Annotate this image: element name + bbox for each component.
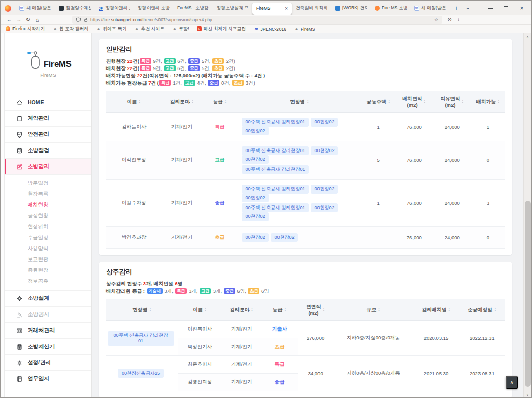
submenu-item[interactable]: 현장목록 xyxy=(5,188,91,199)
bookmark-item[interactable]: JPJPENC-2016 xyxy=(254,26,286,32)
back-icon[interactable] xyxy=(5,17,14,22)
browser-tab[interactable]: [WORK] 건축설비 xyxy=(331,3,371,15)
sort-arrows-icon[interactable]: ▲▼ xyxy=(251,308,253,312)
sidebar-item-journal[interactable]: 업무일지 xyxy=(5,371,91,387)
reload-icon[interactable] xyxy=(23,17,33,22)
column-header[interactable]: 이름▲▼ xyxy=(178,299,221,321)
new-tab-button[interactable] xyxy=(451,3,461,13)
site-chip[interactable]: 00현장02 xyxy=(242,233,269,242)
site-chip[interactable]: 00주택 신축공사 감리현장01 xyxy=(242,146,309,155)
column-header[interactable]: 규모▲▼ xyxy=(334,299,414,321)
column-header[interactable]: 연면적 (m2)▲▼ xyxy=(298,299,334,321)
bookmark-item[interactable]: ⊕FireMS xyxy=(294,26,315,32)
sort-arrows-icon[interactable]: ▲▼ xyxy=(448,308,450,312)
site-chip[interactable]: 00주택 신축공사 감리현장01 xyxy=(108,331,174,346)
minimize-button[interactable] xyxy=(483,3,498,14)
site-chip[interactable]: 00현장신축공사25 xyxy=(118,369,164,378)
sidebar-item-calculator[interactable]: 소방계산기 xyxy=(5,339,91,355)
sidebar-item-settings[interactable]: 설정/관리 xyxy=(5,355,91,371)
column-header[interactable]: 여유면적 (m2)▲▼ xyxy=(433,91,471,113)
site-chip[interactable]: 00현장02 xyxy=(242,194,269,202)
column-header[interactable]: 감리배치일▲▼ xyxy=(413,299,459,321)
download-icon[interactable] xyxy=(454,17,463,22)
sort-arrows-icon[interactable]: ▲▼ xyxy=(494,308,496,312)
sidebar-item-supervision[interactable]: 소방감리 xyxy=(5,159,91,175)
forward-icon[interactable] xyxy=(14,17,23,22)
submenu-item[interactable]: 공정현황 xyxy=(5,210,91,221)
site-chip[interactable]: 00주택 신축공사 감리현장01 xyxy=(242,165,309,174)
sidebar-item-design[interactable]: 소방설계 xyxy=(5,291,91,307)
all-tabs-dropdown-icon[interactable] xyxy=(462,3,473,13)
pocket-icon[interactable] xyxy=(445,17,454,22)
bookmark-item[interactable]: ⊕쿠팡! xyxy=(172,26,189,32)
column-header[interactable]: 등급▲▼ xyxy=(262,299,298,321)
browser-tab[interactable]: FireMS - 소방감리 프 xyxy=(174,3,213,15)
sidebar-item-clients[interactable]: 거래처관리 xyxy=(5,323,91,339)
sidebar-item-contract[interactable]: 계약관리 xyxy=(5,111,91,127)
maximize-button[interactable] xyxy=(498,3,514,14)
browser-tab[interactable]: 정평소방설계 프로그 xyxy=(213,3,252,15)
column-header[interactable]: 배치가능▲▼ xyxy=(471,91,505,113)
sidebar-item-safety[interactable]: 안전관리 xyxy=(5,127,91,143)
submenu-item[interactable]: 종료현장 xyxy=(5,265,91,276)
url-bar[interactable]: https://fire.sobangnet.com/theme/s007/su… xyxy=(72,16,442,24)
sort-arrows-icon[interactable]: ▲▼ xyxy=(424,100,426,104)
sort-arrows-icon[interactable]: ▲▼ xyxy=(204,308,206,312)
column-header[interactable]: 이름▲▼ xyxy=(106,91,162,113)
sort-arrows-icon[interactable]: ▲▼ xyxy=(139,100,141,104)
scroll-up-arrow-icon[interactable] xyxy=(524,33,531,39)
sort-arrows-icon[interactable]: ▲▼ xyxy=(191,100,193,104)
close-button[interactable] xyxy=(514,3,529,14)
site-chip[interactable]: 00주택 신축공사 감리현장01 xyxy=(242,203,309,212)
submenu-item[interactable]: 수금일정 xyxy=(5,232,91,243)
column-header[interactable]: 현장명▲▼ xyxy=(237,91,361,113)
browser-tab[interactable]: 새 메일(받은메일 xyxy=(410,3,450,15)
column-header[interactable]: 준공예정일▲▼ xyxy=(459,299,505,321)
submenu-item[interactable]: 보고현황 xyxy=(5,254,91,265)
sort-arrows-icon[interactable]: ▲▼ xyxy=(388,100,390,104)
submenu-item[interactable]: 현장위치 xyxy=(5,221,91,232)
site-chip[interactable]: 00현장02 xyxy=(242,155,269,164)
browser-tab[interactable]: 새 메일(받은메일 xyxy=(16,3,55,15)
bookmark-item[interactable]: ⊕추천 사이트 xyxy=(134,26,164,32)
column-header[interactable]: 감리분야▲▼ xyxy=(222,299,262,321)
column-header[interactable]: 감리분야▲▼ xyxy=(162,91,202,113)
site-chip[interactable]: 00현장02 xyxy=(242,127,269,135)
tab-close-icon[interactable]: × xyxy=(284,6,288,11)
sort-arrows-icon[interactable]: ▲▼ xyxy=(498,100,500,104)
scroll-to-top-button[interactable] xyxy=(506,376,518,389)
site-chip[interactable]: 00주택 신축공사 감리현장01 xyxy=(242,118,309,127)
bookmark-star-icon[interactable] xyxy=(434,17,438,22)
bookmark-item[interactable]: Firefox 시작하기 xyxy=(6,26,45,32)
site-chip[interactable]: 00현장02 xyxy=(311,146,338,155)
site-chip[interactable]: 00주택 신축공사 감리현장01 xyxy=(242,185,309,194)
bookmark-item[interactable]: ⊕위메프-특가 xyxy=(96,26,126,32)
firefox-view-icon[interactable] xyxy=(5,5,11,12)
site-chip[interactable]: 00현장02 xyxy=(242,212,269,221)
site-chip[interactable]: 00현장02 xyxy=(271,233,298,242)
site-chip[interactable]: 00현장02 xyxy=(311,203,338,212)
sidebar-item-construction[interactable]: 소방공사 xyxy=(5,307,91,323)
home-icon[interactable] xyxy=(33,17,42,23)
sidebar-item-inspection[interactable]: 소방점검 xyxy=(5,143,91,159)
column-header[interactable]: 공동주택▲▼ xyxy=(362,91,395,113)
vertical-scrollbar[interactable] xyxy=(523,33,531,397)
browser-tab-active[interactable]: FireMS× xyxy=(252,3,292,15)
submenu-item[interactable]: 배치현황 xyxy=(5,199,91,210)
sort-arrows-icon[interactable]: ▲▼ xyxy=(284,308,286,312)
browser-tab[interactable]: Fire-MS 소방넷 xyxy=(371,3,410,15)
submenu-item[interactable]: 방문일정 xyxy=(5,177,91,188)
bookmark-item[interactable]: ⊕웹 조각 갤러리 xyxy=(52,26,88,32)
browser-tab[interactable]: JP정평이앤씨 소방 xyxy=(95,3,134,15)
site-chip[interactable]: 00현장02 xyxy=(311,118,338,127)
browser-tab[interactable]: 정평이앤씨 소방안전 xyxy=(134,3,174,15)
column-header[interactable]: 등급▲▼ xyxy=(202,91,237,113)
sort-arrows-icon[interactable]: ▲▼ xyxy=(307,100,309,104)
site-chip[interactable]: 00현장02 xyxy=(311,185,338,194)
sort-arrows-icon[interactable]: ▲▼ xyxy=(224,100,227,104)
browser-tab[interactable]: 건축설비 최적화 시스 xyxy=(292,3,331,15)
bookmark-item[interactable]: h패션 최저가-하프클럽 xyxy=(197,26,246,32)
submenu-item[interactable]: 정보공유 xyxy=(5,276,91,286)
column-header[interactable]: 배치면적 (m2)▲▼ xyxy=(395,91,433,113)
scrollbar-thumb[interactable] xyxy=(525,201,531,387)
